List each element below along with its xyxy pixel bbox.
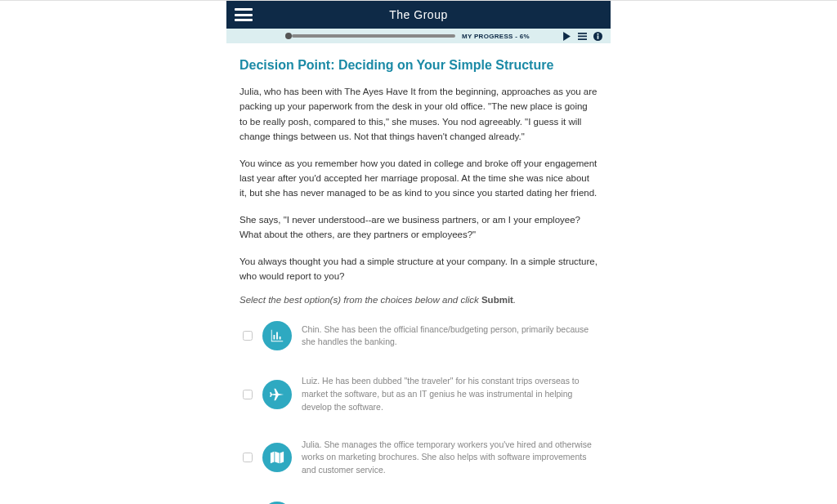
option-text: Chin. She has been the official finance/…: [302, 323, 598, 350]
list-icon[interactable]: [578, 32, 587, 41]
app-container: The Group MY PROGRESS - 6% Decision Poin…: [226, 1, 611, 504]
option-checkbox[interactable]: [243, 390, 253, 399]
app-header: The Group: [226, 1, 611, 29]
content-area: Decision Point: Deciding on Your Simple …: [226, 43, 611, 504]
option-text: Julia. She manages the office temporary …: [302, 439, 598, 477]
option-row[interactable]: Luiz. He has been dubbed "the traveler" …: [243, 375, 598, 413]
option-row[interactable]: Chin. She has been the official finance/…: [243, 321, 598, 350]
paragraph-1: Julia, who has been with The Ayes Have I…: [239, 84, 598, 145]
option-checkbox[interactable]: [243, 453, 253, 462]
svg-point-2: [597, 33, 598, 34]
paragraph-2: You wince as you remember how you dated …: [239, 156, 598, 201]
hamburger-menu-icon[interactable]: [235, 8, 253, 21]
bar-chart-icon: [262, 321, 292, 350]
progress-bar-area: MY PROGRESS - 6%: [226, 29, 611, 43]
paragraph-4: You always thought you had a simple stru…: [239, 254, 598, 284]
info-icon[interactable]: [593, 32, 602, 41]
page-title: Decision Point: Deciding on Your Simple …: [239, 58, 598, 73]
svg-rect-1: [598, 35, 599, 38]
options-list: Chin. She has been the official finance/…: [239, 321, 598, 504]
option-checkbox[interactable]: [243, 331, 253, 341]
paragraph-3: She says, "I never understood--are we bu…: [239, 212, 598, 243]
map-icon: [262, 443, 292, 472]
progress-label: MY PROGRESS - 6%: [462, 33, 530, 40]
plane-icon: [262, 380, 292, 409]
option-row[interactable]: Julia. She manages the office temporary …: [243, 439, 598, 477]
progress-track[interactable]: [292, 34, 455, 38]
option-text: Luiz. He has been dubbed "the traveler" …: [302, 375, 598, 413]
instruction-text: Select the best option(s) from the choic…: [239, 295, 598, 305]
app-title: The Group: [389, 8, 447, 21]
play-icon[interactable]: [562, 32, 571, 41]
